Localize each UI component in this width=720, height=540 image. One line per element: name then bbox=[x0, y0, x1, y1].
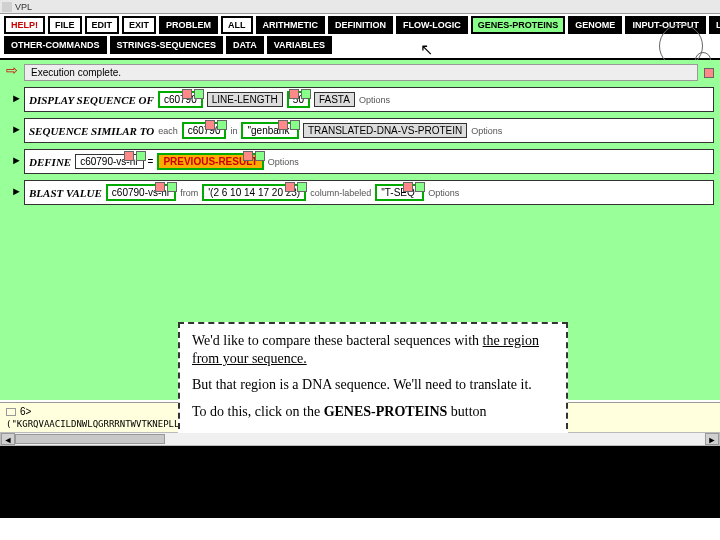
cmd-sequence-similar[interactable]: ► SEQUENCE SIMILAR TO each c60790 in "ge… bbox=[24, 118, 714, 143]
entity-input[interactable]: c60790 bbox=[182, 122, 227, 139]
strings-sequences-button[interactable]: STRINGS-SEQUENCES bbox=[110, 36, 224, 54]
cmd-label: DEFINE bbox=[29, 156, 71, 168]
column-labeled: column-labeled bbox=[310, 188, 371, 198]
execution-status-text: Execution complete. bbox=[24, 64, 698, 81]
cmd-label: BLAST VALUE bbox=[29, 187, 102, 199]
line-length-value[interactable]: 50 bbox=[287, 91, 310, 108]
in-label: in bbox=[230, 126, 237, 136]
toolbar-row-1: HELP!FILEEDITEXITPROBLEMALLARITHMETICDEF… bbox=[4, 16, 716, 34]
cmd-define[interactable]: ► DEFINE c60790-vs-nr = PREVIOUS-RESULT … bbox=[24, 149, 714, 174]
callout-p3: To do this, click on the GENES-PROTEINS … bbox=[192, 403, 554, 421]
define-value-input[interactable]: PREVIOUS-RESULT bbox=[157, 153, 263, 170]
workspace-panel: ⇨ Execution complete. ► DISPLAY SEQUENCE… bbox=[0, 60, 720, 400]
data-button[interactable]: DATA bbox=[226, 36, 264, 54]
option-line-length[interactable]: LINE-LENGTH bbox=[207, 92, 283, 107]
other-commands-button[interactable]: OTHER-COMMANDS bbox=[4, 36, 107, 54]
scroll-right-icon[interactable]: ► bbox=[705, 433, 719, 445]
definition-button[interactable]: DEFINITION bbox=[328, 16, 393, 34]
options-link[interactable]: Options bbox=[359, 95, 390, 105]
row-arrow-icon: ► bbox=[11, 154, 22, 166]
from-label: from bbox=[180, 188, 198, 198]
app-icon bbox=[2, 2, 12, 12]
scroll-left-icon[interactable]: ◄ bbox=[1, 433, 15, 445]
edit-button[interactable]: EDIT bbox=[85, 16, 120, 34]
cmd-blast-value[interactable]: ► BLAST VALUE c60790-vs-nr from '(2 6 10… bbox=[24, 180, 714, 205]
cmd-label: DISPLAY SEQUENCE OF bbox=[29, 94, 154, 106]
execution-status-bar: Execution complete. bbox=[24, 64, 714, 81]
arithmetic-button[interactable]: ARITHMETIC bbox=[256, 16, 326, 34]
cmd-label: SEQUENCE SIMILAR TO bbox=[29, 125, 154, 137]
horizontal-scrollbar[interactable]: ◄ ► bbox=[0, 432, 720, 446]
method-option[interactable]: TRANSLATED-DNA-VS-PROTEIN bbox=[303, 123, 467, 138]
target-input[interactable]: "genbank" bbox=[241, 122, 298, 139]
column-input[interactable]: "T-SEQ" bbox=[375, 184, 424, 201]
define-name-input[interactable]: c60790-vs-nr bbox=[75, 154, 143, 169]
window-titlebar: VPL bbox=[0, 0, 720, 14]
options-link[interactable]: Options bbox=[428, 188, 459, 198]
all-button[interactable]: ALL bbox=[221, 16, 253, 34]
toolbar-row-2: OTHER-COMMANDSSTRINGS-SEQUENCESDATAVARIA… bbox=[4, 36, 716, 54]
each-label: each bbox=[158, 126, 178, 136]
callout-p2: But that region is a DNA sequence. We'll… bbox=[192, 376, 554, 394]
entity-input[interactable]: c60790-vs-nr bbox=[106, 184, 176, 201]
options-link[interactable]: Options bbox=[471, 126, 502, 136]
scroll-thumb[interactable] bbox=[15, 434, 165, 444]
footer-bar bbox=[0, 446, 720, 518]
result-icon[interactable] bbox=[6, 408, 16, 416]
exit-button[interactable]: EXIT bbox=[122, 16, 156, 34]
list-input[interactable]: '(2 6 10 14 17 20 23) bbox=[202, 184, 306, 201]
equals-sign: = bbox=[148, 156, 154, 167]
options-link[interactable]: Options bbox=[268, 157, 299, 167]
entity-input[interactable]: c60790 bbox=[158, 91, 203, 108]
callout-p1: We'd like to compare these bacteral sequ… bbox=[192, 332, 554, 368]
variables-button[interactable]: VARIABLES bbox=[267, 36, 332, 54]
file-button[interactable]: FILE bbox=[48, 16, 82, 34]
row-arrow-icon: ► bbox=[11, 185, 22, 197]
help-button[interactable]: HELP! bbox=[4, 16, 45, 34]
genes-proteins-button[interactable]: GENES-PROTEINS bbox=[471, 16, 566, 34]
instruction-callout: We'd like to compare these bacteral sequ… bbox=[178, 322, 568, 439]
genome-button[interactable]: GENOME bbox=[568, 16, 622, 34]
problem-button[interactable]: PROBLEM bbox=[159, 16, 218, 34]
main-toolbar: HELP!FILEEDITEXITPROBLEMALLARITHMETICDEF… bbox=[0, 14, 720, 60]
window-title: VPL bbox=[15, 2, 32, 12]
close-icon[interactable] bbox=[704, 68, 714, 78]
scroll-track[interactable] bbox=[15, 433, 705, 445]
cmd-display-sequence[interactable]: ► DISPLAY SEQUENCE OF c60790 LINE-LENGTH… bbox=[24, 87, 714, 112]
row-arrow-icon: ► bbox=[11, 92, 22, 104]
flow-logic-button[interactable]: FLOW-LOGIC bbox=[396, 16, 468, 34]
row-arrow-icon: ► bbox=[11, 123, 22, 135]
option-fasta[interactable]: FASTA bbox=[314, 92, 355, 107]
marker-arrow-icon: ⇨ bbox=[6, 62, 18, 78]
result-prompt: 6> bbox=[20, 406, 31, 417]
